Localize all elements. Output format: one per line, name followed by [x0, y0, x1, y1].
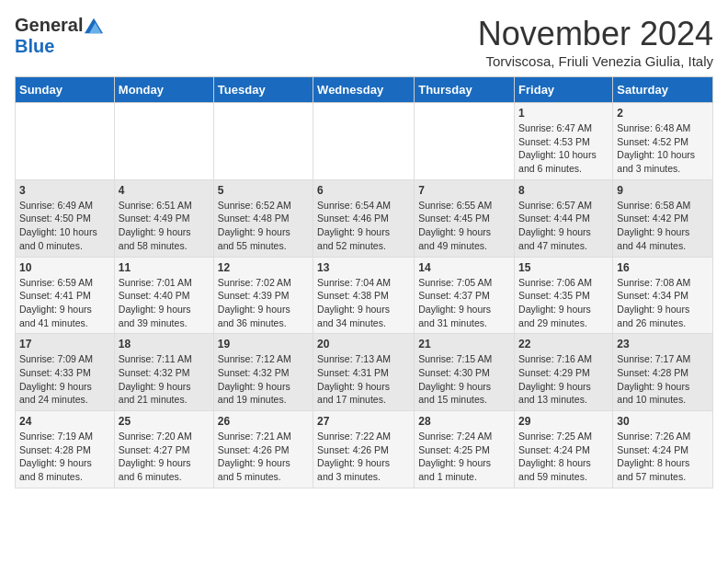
day-cell: 20Sunrise: 7:13 AM Sunset: 4:31 PM Dayli…	[313, 334, 415, 411]
day-cell: 13Sunrise: 7:04 AM Sunset: 4:38 PM Dayli…	[313, 257, 415, 334]
logo-icon	[85, 17, 103, 35]
day-number: 20	[317, 338, 410, 350]
day-info: Sunrise: 7:15 AM Sunset: 4:30 PM Dayligh…	[418, 352, 510, 407]
header-saturday: Saturday	[613, 77, 713, 103]
day-info: Sunrise: 7:12 AM Sunset: 4:32 PM Dayligh…	[218, 352, 309, 407]
header-row: SundayMondayTuesdayWednesdayThursdayFrid…	[16, 77, 713, 103]
logo-general: General	[15, 15, 83, 36]
day-number: 16	[617, 261, 709, 274]
day-number: 23	[617, 338, 709, 350]
day-number: 8	[518, 184, 609, 197]
day-number: 29	[518, 415, 609, 428]
day-number: 5	[218, 184, 309, 197]
day-info: Sunrise: 7:09 AM Sunset: 4:33 PM Dayligh…	[19, 352, 110, 407]
day-cell	[16, 103, 115, 180]
day-info: Sunrise: 6:59 AM Sunset: 4:41 PM Dayligh…	[19, 276, 110, 330]
day-info: Sunrise: 6:58 AM Sunset: 4:42 PM Dayligh…	[617, 199, 709, 253]
day-number: 9	[617, 184, 709, 197]
day-number: 22	[518, 338, 609, 350]
day-number: 11	[119, 261, 210, 274]
day-info: Sunrise: 6:48 AM Sunset: 4:52 PM Dayligh…	[617, 121, 709, 176]
day-info: Sunrise: 6:55 AM Sunset: 4:45 PM Dayligh…	[418, 199, 510, 253]
day-info: Sunrise: 7:02 AM Sunset: 4:39 PM Dayligh…	[218, 276, 309, 330]
day-info: Sunrise: 7:19 AM Sunset: 4:28 PM Dayligh…	[19, 430, 110, 484]
header-tuesday: Tuesday	[213, 77, 313, 103]
page-header: General Blue November 2024 Torviscosa, F…	[15, 15, 713, 69]
day-info: Sunrise: 7:13 AM Sunset: 4:31 PM Dayligh…	[317, 352, 410, 407]
day-cell: 28Sunrise: 7:24 AM Sunset: 4:25 PM Dayli…	[415, 411, 515, 488]
week-row-1: 1Sunrise: 6:47 AM Sunset: 4:53 PM Daylig…	[16, 103, 713, 180]
header-monday: Monday	[114, 77, 213, 103]
day-cell: 9Sunrise: 6:58 AM Sunset: 4:42 PM Daylig…	[613, 179, 713, 257]
header-sunday: Sunday	[16, 77, 115, 103]
day-info: Sunrise: 6:57 AM Sunset: 4:44 PM Dayligh…	[518, 199, 609, 253]
week-row-4: 17Sunrise: 7:09 AM Sunset: 4:33 PM Dayli…	[16, 334, 713, 411]
day-info: Sunrise: 7:01 AM Sunset: 4:40 PM Dayligh…	[119, 276, 210, 330]
title-section: November 2024 Torviscosa, Friuli Venezia…	[478, 15, 713, 69]
day-number: 10	[19, 261, 110, 274]
day-number: 2	[617, 107, 709, 120]
day-cell: 18Sunrise: 7:11 AM Sunset: 4:32 PM Dayli…	[114, 334, 213, 411]
day-cell	[415, 103, 515, 180]
day-number: 26	[218, 415, 309, 428]
day-info: Sunrise: 7:25 AM Sunset: 4:24 PM Dayligh…	[518, 430, 609, 484]
day-cell: 27Sunrise: 7:22 AM Sunset: 4:26 PM Dayli…	[313, 411, 415, 488]
day-number: 6	[317, 184, 410, 197]
week-row-3: 10Sunrise: 6:59 AM Sunset: 4:41 PM Dayli…	[16, 257, 713, 334]
day-info: Sunrise: 7:20 AM Sunset: 4:27 PM Dayligh…	[119, 430, 210, 484]
day-cell: 7Sunrise: 6:55 AM Sunset: 4:45 PM Daylig…	[415, 179, 515, 257]
day-info: Sunrise: 7:17 AM Sunset: 4:28 PM Dayligh…	[617, 352, 709, 407]
day-cell	[213, 103, 313, 180]
day-info: Sunrise: 7:06 AM Sunset: 4:35 PM Dayligh…	[518, 276, 609, 330]
month-title: November 2024	[478, 15, 713, 53]
day-cell: 5Sunrise: 6:52 AM Sunset: 4:48 PM Daylig…	[213, 179, 313, 257]
day-cell: 24Sunrise: 7:19 AM Sunset: 4:28 PM Dayli…	[16, 411, 115, 488]
header-thursday: Thursday	[415, 77, 515, 103]
day-number: 28	[418, 415, 510, 428]
day-cell: 2Sunrise: 6:48 AM Sunset: 4:52 PM Daylig…	[613, 103, 713, 180]
day-cell: 17Sunrise: 7:09 AM Sunset: 4:33 PM Dayli…	[16, 334, 115, 411]
day-number: 19	[218, 338, 309, 350]
day-cell: 16Sunrise: 7:08 AM Sunset: 4:34 PM Dayli…	[613, 257, 713, 334]
day-number: 13	[317, 261, 410, 274]
day-cell	[114, 103, 213, 180]
day-number: 15	[518, 261, 609, 274]
calendar-table: SundayMondayTuesdayWednesdayThursdayFrid…	[15, 76, 713, 488]
day-cell: 15Sunrise: 7:06 AM Sunset: 4:35 PM Dayli…	[515, 257, 613, 334]
day-info: Sunrise: 6:51 AM Sunset: 4:49 PM Dayligh…	[119, 199, 210, 253]
week-row-2: 3Sunrise: 6:49 AM Sunset: 4:50 PM Daylig…	[16, 179, 713, 257]
day-number: 18	[119, 338, 210, 350]
day-cell: 6Sunrise: 6:54 AM Sunset: 4:46 PM Daylig…	[313, 179, 415, 257]
day-info: Sunrise: 7:11 AM Sunset: 4:32 PM Dayligh…	[119, 352, 210, 407]
logo-blue: Blue	[15, 36, 54, 57]
day-cell: 11Sunrise: 7:01 AM Sunset: 4:40 PM Dayli…	[114, 257, 213, 334]
day-number: 14	[418, 261, 510, 274]
day-info: Sunrise: 6:47 AM Sunset: 4:53 PM Dayligh…	[518, 121, 609, 176]
day-info: Sunrise: 6:52 AM Sunset: 4:48 PM Dayligh…	[218, 199, 309, 253]
day-cell: 23Sunrise: 7:17 AM Sunset: 4:28 PM Dayli…	[613, 334, 713, 411]
day-cell: 30Sunrise: 7:26 AM Sunset: 4:24 PM Dayli…	[613, 411, 713, 488]
day-cell: 1Sunrise: 6:47 AM Sunset: 4:53 PM Daylig…	[515, 103, 613, 180]
day-info: Sunrise: 7:05 AM Sunset: 4:37 PM Dayligh…	[418, 276, 510, 330]
day-cell	[313, 103, 415, 180]
logo: General Blue	[15, 15, 103, 57]
day-info: Sunrise: 6:54 AM Sunset: 4:46 PM Dayligh…	[317, 199, 410, 253]
day-cell: 19Sunrise: 7:12 AM Sunset: 4:32 PM Dayli…	[213, 334, 313, 411]
day-number: 27	[317, 415, 410, 428]
day-info: Sunrise: 6:49 AM Sunset: 4:50 PM Dayligh…	[19, 199, 110, 253]
day-cell: 22Sunrise: 7:16 AM Sunset: 4:29 PM Dayli…	[515, 334, 613, 411]
header-friday: Friday	[515, 77, 613, 103]
day-info: Sunrise: 7:26 AM Sunset: 4:24 PM Dayligh…	[617, 430, 709, 484]
day-cell: 26Sunrise: 7:21 AM Sunset: 4:26 PM Dayli…	[213, 411, 313, 488]
day-cell: 3Sunrise: 6:49 AM Sunset: 4:50 PM Daylig…	[16, 179, 115, 257]
day-cell: 29Sunrise: 7:25 AM Sunset: 4:24 PM Dayli…	[515, 411, 613, 488]
day-cell: 14Sunrise: 7:05 AM Sunset: 4:37 PM Dayli…	[415, 257, 515, 334]
day-info: Sunrise: 7:04 AM Sunset: 4:38 PM Dayligh…	[317, 276, 410, 330]
location-subtitle: Torviscosa, Friuli Venezia Giulia, Italy	[478, 53, 713, 69]
day-number: 17	[19, 338, 110, 350]
day-info: Sunrise: 7:24 AM Sunset: 4:25 PM Dayligh…	[418, 430, 510, 484]
day-cell: 4Sunrise: 6:51 AM Sunset: 4:49 PM Daylig…	[114, 179, 213, 257]
day-number: 12	[218, 261, 309, 274]
day-info: Sunrise: 7:22 AM Sunset: 4:26 PM Dayligh…	[317, 430, 410, 484]
day-number: 30	[617, 415, 709, 428]
